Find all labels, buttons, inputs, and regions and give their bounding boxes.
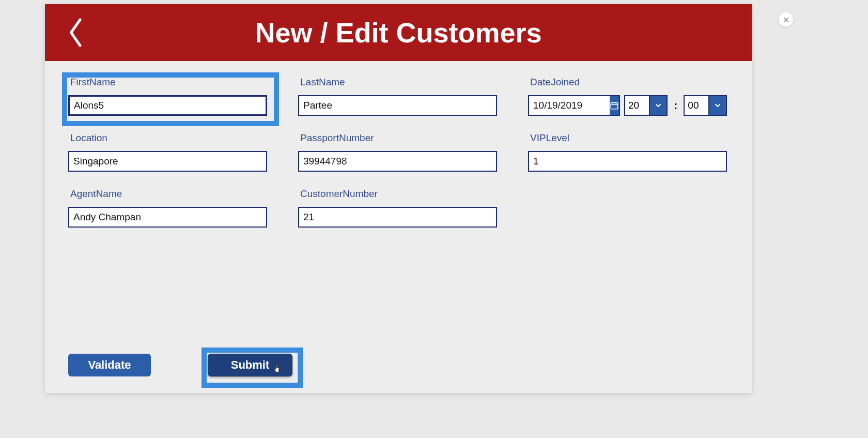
form-row-2: Location PassportNumber VIPLevel bbox=[68, 132, 729, 172]
chevron-left-icon bbox=[67, 17, 83, 48]
cursor-hand-icon bbox=[273, 364, 282, 377]
form-footer: Validate Submit bbox=[68, 349, 298, 382]
svg-rect-0 bbox=[611, 103, 618, 109]
form-row-1: FirstName LastName DateJoined bbox=[68, 77, 729, 116]
close-button[interactable]: ✕ bbox=[779, 12, 793, 27]
field-firstname: FirstName bbox=[68, 77, 267, 116]
minute-value[interactable]: 00 bbox=[684, 95, 709, 116]
chevron-down-icon bbox=[654, 101, 662, 110]
page-title: New / Edit Customers bbox=[45, 17, 752, 49]
hour-value[interactable]: 20 bbox=[624, 95, 650, 116]
input-agentname[interactable] bbox=[68, 207, 267, 228]
form-body: FirstName LastName DateJoined bbox=[45, 61, 752, 228]
input-lastname[interactable] bbox=[298, 95, 497, 116]
validate-button[interactable]: Validate bbox=[68, 354, 151, 376]
modal-header: New / Edit Customers bbox=[45, 4, 752, 61]
input-passportnumber[interactable] bbox=[298, 151, 497, 172]
submit-label: Submit bbox=[231, 358, 270, 372]
label-customernumber: CustomerNumber bbox=[298, 188, 497, 200]
label-viplevel: VIPLevel bbox=[528, 132, 727, 144]
hour-dropdown-button[interactable] bbox=[650, 95, 668, 116]
modal-new-edit-customers: New / Edit Customers FirstName LastName … bbox=[45, 4, 752, 393]
field-agentname: AgentName bbox=[68, 188, 267, 228]
field-datejoined: DateJoined 20 bbox=[528, 77, 727, 116]
calendar-icon bbox=[610, 101, 619, 110]
field-lastname: LastName bbox=[298, 77, 497, 116]
input-firstname[interactable] bbox=[68, 95, 267, 116]
minute-dropdown-button[interactable] bbox=[709, 95, 727, 116]
label-firstname: FirstName bbox=[68, 77, 267, 88]
submit-wrap: Submit bbox=[203, 349, 298, 382]
hour-select: 20 bbox=[624, 95, 668, 116]
label-passportnumber: PassportNumber bbox=[298, 132, 497, 144]
datejoined-group: 20 : 00 bbox=[528, 95, 727, 116]
input-customernumber[interactable] bbox=[298, 207, 497, 228]
label-agentname: AgentName bbox=[68, 188, 267, 200]
label-lastname: LastName bbox=[298, 77, 497, 88]
time-separator: : bbox=[674, 99, 677, 112]
field-location: Location bbox=[68, 132, 267, 172]
chevron-down-icon bbox=[714, 101, 722, 110]
input-date[interactable] bbox=[528, 95, 611, 116]
close-icon: ✕ bbox=[783, 15, 789, 25]
input-viplevel[interactable] bbox=[528, 151, 727, 172]
minute-select: 00 bbox=[684, 95, 727, 116]
submit-button[interactable]: Submit bbox=[208, 354, 292, 376]
field-customernumber: CustomerNumber bbox=[298, 188, 497, 228]
back-button[interactable] bbox=[66, 16, 84, 50]
input-location[interactable] bbox=[68, 151, 267, 172]
label-datejoined: DateJoined bbox=[528, 77, 727, 88]
field-passportnumber: PassportNumber bbox=[298, 132, 497, 172]
field-viplevel: VIPLevel bbox=[528, 132, 727, 172]
calendar-button[interactable] bbox=[610, 95, 620, 116]
form-row-3: AgentName CustomerNumber bbox=[68, 188, 729, 228]
label-location: Location bbox=[68, 132, 267, 144]
